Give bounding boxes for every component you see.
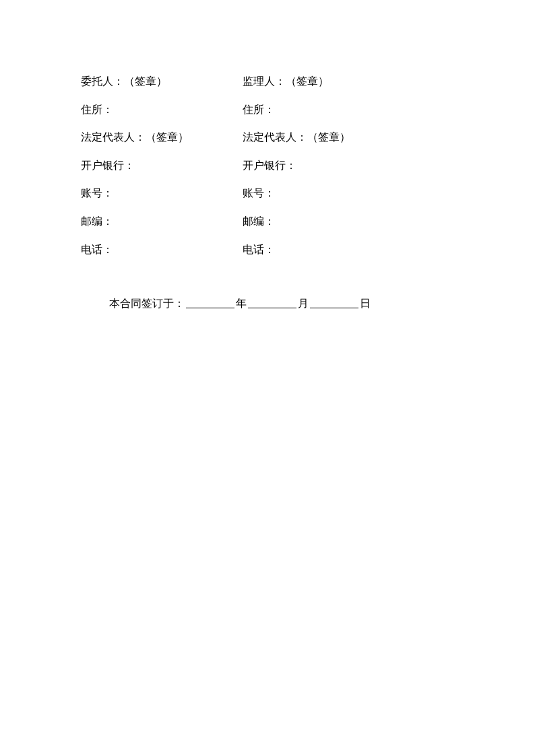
left-column: 委托人：（签章） 住所： 法定代表人：（签章） 开户银行： 账号： 邮编： 电话… xyxy=(81,67,243,263)
left-party: 委托人：（签章） xyxy=(81,67,243,96)
signing-date-line: 本合同签订于：年月日 xyxy=(81,293,454,314)
right-bank: 开户银行： xyxy=(243,151,454,180)
date-prefix: 本合同签订于： xyxy=(109,298,185,309)
left-bank: 开户银行： xyxy=(81,151,243,180)
left-postcode: 邮编： xyxy=(81,207,243,236)
right-account: 账号： xyxy=(243,179,454,207)
right-address: 住所： xyxy=(243,96,454,124)
year-blank xyxy=(186,296,234,308)
left-account: 账号： xyxy=(81,179,243,207)
left-address: 住所： xyxy=(81,96,243,124)
right-column: 监理人：（签章） 住所： 法定代表人：（签章） 开户银行： 账号： 邮编： 电话… xyxy=(243,67,454,263)
document-body: 委托人：（签章） 住所： 法定代表人：（签章） 开户银行： 账号： 邮编： 电话… xyxy=(0,0,535,314)
month-label: 月 xyxy=(298,298,309,309)
day-label: 日 xyxy=(360,298,371,309)
right-legal-rep: 法定代表人：（签章） xyxy=(243,123,454,151)
left-phone: 电话： xyxy=(81,236,243,264)
right-postcode: 邮编： xyxy=(243,207,454,236)
year-label: 年 xyxy=(236,298,247,309)
right-party: 监理人：（签章） xyxy=(243,67,454,96)
right-phone: 电话： xyxy=(243,236,454,264)
left-legal-rep: 法定代表人：（签章） xyxy=(81,123,243,151)
month-blank xyxy=(248,296,296,308)
two-column-layout: 委托人：（签章） 住所： 法定代表人：（签章） 开户银行： 账号： 邮编： 电话… xyxy=(81,67,454,263)
day-blank xyxy=(310,296,358,308)
